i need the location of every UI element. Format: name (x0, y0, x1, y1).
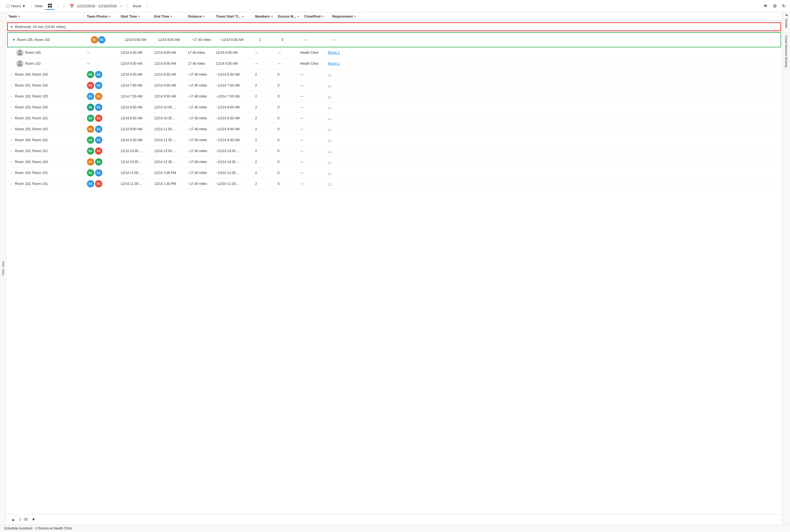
table-row[interactable]: ›Room 104, Room 102R1R112/14 6:30 AM12/1… (6, 69, 782, 80)
page-down-button[interactable]: ▼ (30, 517, 37, 522)
table-cell: 0 (275, 169, 298, 176)
row-chevron-icon[interactable]: › (11, 150, 12, 153)
table-cell[interactable]: Room 2 (326, 49, 360, 56)
row-team-name: Room 101, Room 102 (15, 83, 48, 88)
table-cell: ~12/14 7:30 AM (214, 93, 253, 100)
status-bar: Schedule Assistant - 2 Rooms at Health C… (0, 525, 790, 532)
row-chevron-icon[interactable]: › (11, 95, 12, 98)
row-chevron-icon[interactable]: › (11, 160, 12, 164)
table-row[interactable]: ›Room 104, Room 101R1R112/14 9:30 AM12/1… (6, 135, 782, 146)
next-button[interactable]: › (118, 3, 124, 9)
row-chevron-icon[interactable]: › (11, 128, 12, 131)
sub-group-row[interactable]: ▼ Room 105, Room 102R1R112/14 6:00 AM12/… (7, 32, 781, 48)
table-cell: 0 (275, 71, 298, 78)
row-chevron-icon[interactable]: › (11, 183, 12, 186)
table-row[interactable]: ›Room 105, Room 104R1R112/14 10:30 ...12… (6, 157, 782, 168)
table-row[interactable]: ›Room 102, Room 105R1R112/14 7:30 AM12/1… (6, 91, 782, 102)
end-sort-icon: ▼ (170, 15, 173, 18)
hours-button[interactable]: 🕐 Hours ▼ (3, 3, 28, 9)
page-up-button[interactable]: ▲ (10, 517, 17, 522)
col-excess-header[interactable]: Excess M... ▼ (276, 12, 302, 21)
group-row[interactable]: ▼ Redmond: 24 min (14.91 miles) (7, 22, 781, 31)
book-button[interactable]: Book (131, 3, 144, 9)
col-members-header[interactable]: Members ▼ (253, 12, 276, 21)
collapse-right-icon[interactable]: ◀ (785, 14, 788, 17)
table-row[interactable]: ›Room 101, Room 102R1R112/14 7:00 AM12/1… (6, 80, 782, 91)
table-row[interactable]: Room 102---12/14 6:00 AM12/14 8:00 AM17.… (6, 58, 782, 69)
row-team-name: Room 103, Room 101 (15, 149, 48, 153)
table-row[interactable]: Room 105---12/14 6:00 AM12/14 8:00 AM17.… (6, 48, 782, 58)
table-cell: 12/14 6:00 AM (214, 49, 253, 56)
row-chevron-icon[interactable]: › (11, 139, 12, 142)
grid-view-button[interactable] (45, 2, 54, 10)
table-cell: 2 (253, 71, 275, 78)
view-label: View (35, 4, 43, 8)
table-cell: ~17.40 miles (186, 82, 214, 89)
row-photos: R1R1 (85, 91, 118, 102)
sep4: | (146, 4, 147, 9)
table-header: Team ▼ Team Photos ▼ Start Time ▼ End Ti… (6, 12, 782, 21)
row-chevron-icon[interactable]: › (11, 73, 12, 76)
prev-button[interactable]: ‹ (61, 3, 67, 9)
table-cell: 12/14 9:30 AM (152, 93, 186, 100)
avatar-person-icon (16, 60, 23, 67)
table-cell: 2 (253, 82, 275, 89)
col-req-header[interactable]: Requirement ▼ (330, 12, 364, 21)
table-row[interactable]: ›Room 103, Room 102R1R112/14 8:00 AM12/1… (6, 102, 782, 113)
table-cell: ~17.40 miles (186, 169, 214, 176)
avatar: R1 (87, 104, 94, 111)
avatar: R1 (87, 115, 94, 122)
photos-header-label: Team Photos (87, 15, 108, 18)
row-photos: R1R1 (85, 124, 118, 134)
row-team-name: Room 103, Room 101 (15, 116, 48, 120)
col-distance-header[interactable]: Distance ▼ (186, 12, 214, 21)
row-chevron-icon[interactable]: › (11, 106, 12, 109)
row-chevron-icon[interactable]: › (11, 117, 12, 120)
col-start-header[interactable]: Start Time ▼ (118, 12, 152, 21)
table-cell[interactable]: Room 1 (326, 60, 360, 67)
row-team: ›Room 101, Room 102 (6, 82, 85, 89)
avatar: R1 (87, 158, 94, 166)
table-cell: ~12/14 8:00 AM (214, 104, 253, 111)
table-cell: 12/14 1:00 PM (152, 169, 186, 176)
col-team-header[interactable]: Team ▼ (6, 12, 85, 21)
col-end-header[interactable]: End Time ▼ (152, 12, 186, 21)
table-cell: 0 (275, 82, 298, 89)
row-team-name: Room 105, Room 102 (15, 127, 48, 131)
row-team-name: Room 105, Room 104 (15, 160, 48, 164)
row-team-name: Room 104, Room 102 (15, 73, 48, 76)
table-row[interactable]: ›Room 103, Room 101R1R112/14 10:00 ...12… (6, 146, 782, 157)
col-crew-header[interactable]: Crew/Pool ▼ (302, 12, 330, 21)
table-cell: 2 (253, 115, 275, 122)
travel-sort-icon: ▼ (242, 15, 244, 18)
filter-view-panel[interactable]: Filter View (0, 12, 6, 525)
table-cell: --- (253, 60, 275, 67)
table-cell: --- (326, 158, 360, 166)
app-container: 🕐 Hours ▼ | View | ‹ (0, 0, 790, 532)
avatar: R1 (95, 158, 102, 166)
avatar: R1 (87, 126, 94, 133)
table-row[interactable]: ›Room 105, Room 102R1R112/14 9:00 AM12/1… (6, 124, 782, 135)
avatar: R1 (95, 136, 102, 144)
table-row[interactable]: ›Room 104, Room 101R1R112/14 11:00 ...12… (6, 168, 782, 178)
col-travel-header[interactable]: Travel Start Ti... ▼ (214, 12, 253, 21)
refresh-button[interactable]: ↻ (781, 2, 787, 10)
visibility-button[interactable]: 👁 (762, 2, 769, 10)
table-cell: 12/14 7:00 AM (118, 82, 152, 89)
table-cell: ~17.40 miles (189, 36, 218, 43)
row-chevron-icon[interactable]: › (11, 84, 12, 87)
table-row[interactable]: ›Room 102, Room 101R1R112/14 11:30 ...12… (6, 178, 782, 189)
table-cell: 0 (279, 36, 302, 43)
toolbar-right: 👁 ⚙ ↻ (762, 2, 787, 10)
table-cell: --- (326, 147, 360, 155)
table-cell: 17.40 miles (186, 49, 214, 56)
table-row[interactable]: ›Room 103, Room 101R1R112/14 8:30 AM12/1… (6, 113, 782, 124)
settings-button[interactable]: ⚙ (772, 2, 778, 10)
details-label[interactable]: Details (785, 19, 788, 28)
table-cell: 12/14 12:00 ... (152, 147, 186, 155)
table-cell: --- (326, 104, 360, 111)
col-photos-header[interactable]: Team Photos ▼ (85, 12, 118, 21)
create-booking-label[interactable]: Create Resource Booking (785, 35, 788, 68)
row-chevron-icon[interactable]: › (11, 171, 12, 174)
table-cell: 2 (253, 147, 275, 155)
